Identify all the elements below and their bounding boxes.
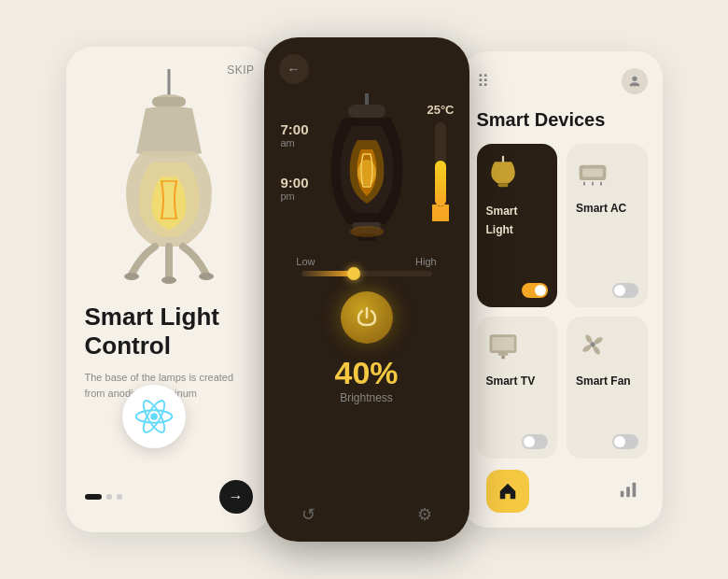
intro-title: Smart LightControl <box>85 303 253 360</box>
tv-device-icon <box>486 328 520 361</box>
svg-rect-13 <box>348 105 385 118</box>
dot-1 <box>85 494 102 500</box>
svg-point-5 <box>124 273 139 280</box>
devices-panel: ⠿ Smart Devices Smart <box>462 51 663 528</box>
light-toggle[interactable] <box>522 283 548 298</box>
devices-header: ⠿ <box>477 68 648 94</box>
bulb-visualization <box>311 93 423 252</box>
devices-nav <box>477 470 648 513</box>
temperature-ball <box>432 205 449 221</box>
pagination-dots <box>85 494 122 500</box>
tv-icon <box>486 328 549 365</box>
light-device-name: Smart <box>486 205 549 218</box>
intro-footer: → <box>85 480 253 514</box>
svg-rect-30 <box>492 337 513 350</box>
device-card-ac[interactable]: Smart AC <box>567 144 648 307</box>
grid-dots-icon[interactable]: ⠿ <box>477 71 492 92</box>
svg-point-14 <box>357 160 376 186</box>
device-card-fan[interactable]: Smart Fan <box>567 317 648 459</box>
time-1-period: am <box>281 137 309 148</box>
tv-toggle[interactable] <box>522 434 548 449</box>
ac-device-icon <box>576 155 609 189</box>
fan-device-icon <box>576 328 609 361</box>
control-footer: ↺ ⚙ <box>279 504 455 525</box>
control-panel: ← 7:00 am 9:00 pm 25°C <box>264 37 469 542</box>
chart-nav-button[interactable] <box>618 479 638 503</box>
svg-rect-23 <box>497 184 508 188</box>
brightness-fill <box>301 271 354 276</box>
high-label: High <box>415 256 437 267</box>
intro-panel: SKIP <box>66 47 272 532</box>
svg-rect-32 <box>501 356 505 360</box>
brightness-percent: 40% <box>334 355 398 391</box>
svg-point-7 <box>161 276 176 284</box>
home-nav-button[interactable] <box>486 470 529 513</box>
lamp-illustration <box>94 69 244 284</box>
ac-toggle[interactable] <box>612 283 638 298</box>
svg-rect-36 <box>632 483 636 498</box>
ac-icon <box>576 155 638 192</box>
next-button[interactable]: → <box>219 480 253 514</box>
react-badge <box>122 385 186 448</box>
refresh-icon[interactable]: ↺ <box>301 504 315 525</box>
react-icon <box>132 394 176 439</box>
svg-point-21 <box>632 77 637 81</box>
power-icon <box>356 306 378 329</box>
tv-device-name: Smart TV <box>486 374 549 388</box>
ac-device-name: Smart AC <box>576 202 638 215</box>
time-slot-1: 7:00 am <box>281 121 309 148</box>
power-button[interactable] <box>341 291 393 344</box>
device-card-light[interactable]: Smart Light <box>477 144 558 307</box>
svg-point-20 <box>350 226 384 237</box>
dot-3 <box>117 494 122 500</box>
app-container: SKIP <box>0 0 728 579</box>
user-avatar[interactable] <box>622 68 648 94</box>
brightness-thumb[interactable] <box>347 267 360 280</box>
brightness-range-labels: Low High <box>296 256 436 267</box>
devices-title: Smart Devices <box>477 109 648 131</box>
svg-rect-34 <box>620 491 623 497</box>
brightness-label: Brightness <box>340 391 393 404</box>
fan-device-name: Smart Fan <box>576 374 638 388</box>
light-device-name-2: Light <box>486 223 549 236</box>
time-slot-2: 9:00 pm <box>281 175 309 202</box>
home-icon <box>497 481 518 501</box>
svg-rect-35 <box>626 487 630 497</box>
settings-icon[interactable]: ⚙ <box>417 504 432 525</box>
user-icon <box>627 74 642 89</box>
light-icon <box>486 155 549 195</box>
bulb-svg <box>311 93 423 252</box>
device-card-tv[interactable]: Smart TV <box>477 317 558 459</box>
time-1-value: 7:00 <box>281 121 309 137</box>
svg-rect-25 <box>582 168 603 177</box>
svg-point-8 <box>150 413 158 420</box>
lamp-device-icon <box>486 155 520 189</box>
time-2-value: 9:00 <box>281 175 309 191</box>
chart-icon <box>618 479 638 500</box>
svg-point-6 <box>199 273 214 280</box>
temperature-fill <box>435 161 446 207</box>
low-label: Low <box>296 256 315 267</box>
lamp-svg <box>94 69 244 284</box>
back-button[interactable]: ← <box>279 54 309 84</box>
temperature-display: 25°C <box>427 103 454 221</box>
brightness-slider[interactable] <box>301 271 432 276</box>
temperature-bar <box>435 122 446 206</box>
dot-2 <box>106 494 112 500</box>
svg-point-33 <box>590 342 595 346</box>
temperature-value: 25°C <box>427 103 454 117</box>
svg-rect-2 <box>152 97 186 106</box>
fan-icon <box>576 328 638 365</box>
devices-grid: Smart Light Smart AC <box>477 144 648 459</box>
time-schedule: 7:00 am 9:00 pm <box>281 121 309 202</box>
time-2-period: pm <box>281 191 309 202</box>
fan-toggle[interactable] <box>612 434 638 449</box>
svg-rect-31 <box>497 353 508 356</box>
